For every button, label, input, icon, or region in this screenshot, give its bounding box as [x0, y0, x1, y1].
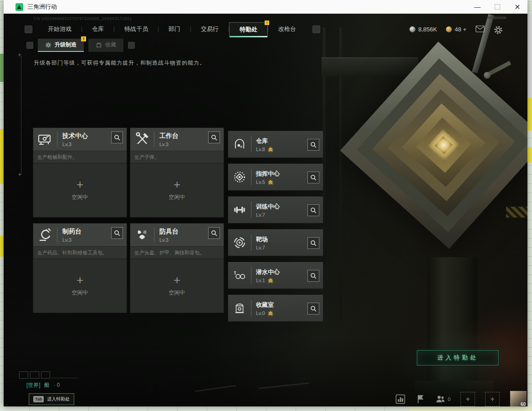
faded-line	[51, 378, 78, 378]
card-shooting-range[interactable]: 靶场 Lv.7	[228, 229, 323, 256]
tab-enter-button[interactable]: Tab 进入特勤处	[29, 393, 74, 405]
settings-gear-icon[interactable]	[494, 25, 503, 33]
mail-icon[interactable]	[476, 25, 485, 33]
subtab-upgrade-craft[interactable]: 升级制造 !	[38, 39, 84, 52]
production-slot[interactable]: + 空闲中	[130, 163, 224, 217]
divider	[251, 136, 251, 152]
card-workbench[interactable]: 工作台 Lv.3 生产子弹。 + 空闲中	[130, 127, 224, 218]
inspect-button[interactable]	[307, 139, 319, 151]
inspect-button[interactable]	[208, 227, 220, 239]
production-slot[interactable]: + 空闲中	[33, 163, 127, 217]
plus-icon: +	[77, 275, 83, 285]
slot-status: 空闲中	[169, 193, 185, 201]
spreadsheet-cell	[528, 98, 532, 131]
divider	[154, 132, 154, 147]
subtab-collection[interactable]: 收藏	[88, 39, 123, 52]
robot-arm-joint	[484, 72, 491, 79]
card-storage[interactable]: 仓库 Lv.8	[228, 131, 323, 158]
inspect-button[interactable]	[111, 227, 123, 239]
inspect-button[interactable]	[307, 204, 319, 216]
card-title: 技术中心	[62, 132, 88, 140]
enter-special-service-button[interactable]: 进入特勤处	[417, 350, 499, 365]
tab-operators[interactable]: 特战干员	[114, 22, 158, 36]
notification-badge: !	[81, 36, 86, 41]
gold-currency[interactable]: 48 +	[446, 26, 466, 33]
card-tech-center[interactable]: 技术中心 Lv.3 生产枪械和配件。 + 空闲中	[33, 127, 127, 218]
tab-departments[interactable]: 部门	[159, 22, 190, 36]
nav-next-key-hint[interactable]	[312, 25, 320, 33]
card-armor-bench[interactable]: 防具台 Lv.3 生产头盔、护甲、胸挂和背包。 + 空闲中	[130, 223, 224, 313]
inspect-button[interactable]	[208, 132, 220, 143]
chat-count: · 0	[53, 382, 60, 388]
upgrade-chevrons-icon	[268, 147, 273, 152]
card-training-center[interactable]: 训练中心 Lv.7	[228, 196, 323, 223]
card-title: 收藏室	[256, 301, 274, 309]
crosshair-plus-icon: +	[18, 52, 21, 57]
production-slot[interactable]: + 空闲中	[130, 259, 224, 313]
divider	[251, 300, 251, 316]
inspect-button[interactable]	[307, 303, 319, 315]
armor-bench-icon	[130, 227, 154, 243]
workbench-icon	[130, 131, 154, 147]
card-level: Lv.3	[159, 142, 179, 147]
training-center-icon	[228, 203, 251, 217]
faded-slot-box	[41, 371, 50, 379]
divider	[251, 202, 251, 218]
subnav-prev-key-hint[interactable]	[26, 42, 33, 49]
card-title: 潜水中心	[256, 268, 280, 276]
report-flag-button[interactable]	[415, 394, 425, 404]
card-title: 工作台	[159, 132, 179, 140]
player-uid: CN UID18896831075797326685_202803171501	[34, 16, 132, 21]
facility-card-column: 仓库 Lv.8	[228, 131, 323, 322]
page-description: 升级各部门等级，可获得专属能力提升，和制造战斗物资的能力。	[34, 59, 205, 67]
inspect-button[interactable]	[307, 237, 319, 249]
empty-slot-button[interactable]: +	[460, 392, 475, 406]
inspect-button[interactable]	[111, 132, 123, 143]
chat-sender: 般	[44, 382, 50, 388]
upgrade-craft-icon	[45, 42, 51, 48]
tech-center-icon	[33, 131, 57, 147]
card-level: Lv.3	[62, 237, 82, 243]
inspect-button[interactable]	[307, 172, 319, 183]
tab-special-service[interactable]: 特勤处 !	[229, 22, 268, 36]
card-command-center[interactable]: 指挥中心 Lv.5	[228, 163, 323, 191]
empty-slot-button[interactable]: +	[485, 392, 500, 406]
people-icon	[435, 394, 445, 404]
collection-icon	[96, 42, 102, 48]
chat-message[interactable]: [世界] 般 · 0	[26, 381, 60, 389]
production-slot[interactable]: + 空闲中	[33, 259, 127, 313]
subnav-next-key-hint[interactable]	[128, 42, 135, 49]
spreadsheet-cell	[527, 14, 532, 98]
close-button[interactable]: ✕	[507, 0, 527, 14]
production-card-grid: 技术中心 Lv.3 生产枪械和配件。 + 空闲中	[33, 127, 224, 313]
tab-warehouse[interactable]: 仓库	[82, 22, 114, 36]
minimize-button[interactable]: —	[467, 0, 487, 14]
card-diving-center[interactable]: 潜水中心 Lv.1	[228, 262, 323, 289]
card-collection-room[interactable]: 收藏室 Lv.0	[228, 294, 323, 322]
silver-currency[interactable]: 8,856K	[409, 26, 437, 33]
card-level: Lv.1	[256, 278, 280, 283]
nav-prev-key-hint[interactable]	[25, 25, 32, 33]
upgrade-chevrons-icon	[268, 310, 273, 316]
player-avatar[interactable]: 60	[510, 391, 527, 406]
maximize-button[interactable]	[487, 0, 507, 14]
bar-chart-icon	[395, 394, 405, 404]
squad-button[interactable]: 0	[435, 394, 450, 404]
window-title: 三角洲行动	[27, 3, 57, 11]
divider	[251, 267, 251, 284]
stats-chart-button[interactable]	[395, 394, 405, 404]
divider	[57, 227, 57, 243]
card-level: Lv.3	[159, 237, 179, 243]
magnifier-icon	[310, 305, 317, 312]
card-pharmacy[interactable]: 制药台 Lv.3 生产药品、针剂和维修工具包。 + 空闲中	[33, 223, 127, 313]
magnifier-icon	[310, 174, 317, 181]
tab-gunsmith[interactable]: 改枪台	[268, 22, 306, 36]
window-titlebar[interactable]: 三角洲行动 — ✕	[4, 0, 527, 14]
card-level: Lv.3	[62, 142, 88, 147]
magnifier-icon	[310, 142, 317, 148]
inspect-button[interactable]	[307, 270, 319, 282]
tab-market[interactable]: 交易行	[191, 22, 229, 36]
top-nav: 开始游戏 仓库 特战干员 部门 交易行 特勤处 ! 改枪台	[25, 22, 521, 36]
tab-start-game[interactable]: 开始游戏	[38, 22, 82, 36]
hazard-stripes	[506, 207, 527, 218]
